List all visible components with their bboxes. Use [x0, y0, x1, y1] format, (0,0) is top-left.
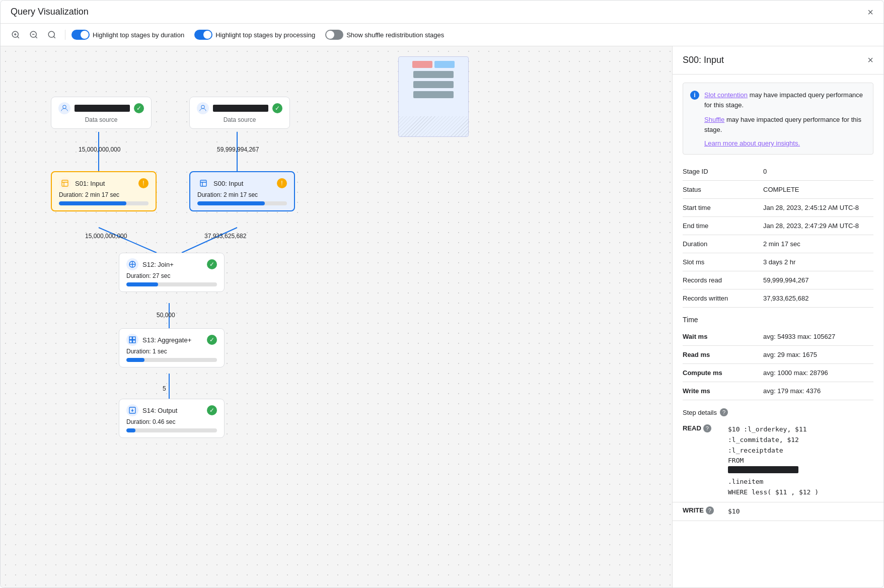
s14-progress-bar: [126, 428, 217, 432]
canvas-area[interactable]: 15,000,000,000 59,999,994,267 15,000,000…: [1, 46, 672, 587]
toggle-processing-label: Highlight top stages by processing: [215, 31, 315, 39]
edge-label-s01-out: 15,000,000,000: [85, 233, 127, 240]
main-content: 15,000,000,000 59,999,994,267 15,000,000…: [1, 46, 883, 587]
detail-write-ms: Write ms avg: 179 max: 4376: [683, 382, 873, 400]
slot-contention-link[interactable]: Slot contention: [704, 91, 748, 99]
detail-value-status: COMPLETE: [763, 186, 873, 193]
edge-label-ds2: 59,999,994,267: [217, 146, 259, 153]
toggle-shuffle-switch[interactable]: [325, 30, 343, 40]
toggle-shuffle[interactable]: Show shuffle redistribution stages: [325, 30, 444, 40]
s13-duration: Duration: 1 sec: [126, 348, 217, 355]
right-panel: S00: Input × i Slot contention may have …: [672, 46, 883, 587]
detail-label-slot-ms: Slot ms: [683, 258, 763, 266]
s13-icon: [126, 334, 138, 346]
info-spacer: [690, 115, 699, 134]
toggle-duration-switch[interactable]: ✓: [71, 30, 90, 40]
detail-value-records-written: 37,933,625,682: [763, 295, 873, 302]
s01-progress-bar: [59, 201, 149, 205]
toggle-processing-switch[interactable]: ✓: [194, 30, 212, 40]
svg-rect-21: [133, 337, 135, 339]
svg-line-5: [35, 36, 37, 38]
detail-read-ms: Read ms avg: 29 max: 1675: [683, 346, 873, 364]
detail-label-wait: Wait ms: [683, 333, 763, 340]
detail-compute-ms: Compute ms avg: 1000 max: 28796: [683, 364, 873, 382]
node-s00[interactable]: S00: Input ! Duration: 2 min 17 sec: [189, 171, 295, 211]
step-write-value: $10: [728, 506, 740, 517]
toggle-processing[interactable]: ✓ Highlight top stages by processing: [194, 30, 315, 40]
s01-duration: Duration: 2 min 17 sec: [59, 191, 149, 198]
detail-value-duration: 2 min 17 sec: [763, 240, 873, 248]
detail-label-read: Read ms: [683, 351, 763, 358]
node-s12[interactable]: S12: Join+ ✓ Duration: 27 sec: [119, 253, 225, 292]
s12-duration: Duration: 27 sec: [126, 272, 217, 279]
node-s01-header: S01: Input !: [59, 177, 149, 189]
datasource-icon-2: [197, 102, 209, 114]
step-read-help-icon[interactable]: ?: [703, 424, 711, 432]
detail-value-write: avg: 179 max: 4376: [763, 387, 873, 395]
step-write-help-icon[interactable]: ?: [706, 506, 714, 514]
app-window: Query Visualization × ✓ Highlight top st…: [0, 0, 884, 588]
toggle-duration[interactable]: ✓ Highlight top stages by duration: [71, 30, 184, 40]
datasource-2-status-icon: ✓: [272, 103, 282, 113]
toolbar-divider: [65, 30, 65, 40]
detail-value-end: Jan 28, 2023, 2:47:29 AM UTC-8: [763, 222, 873, 230]
toggle-duration-label: Highlight top stages by duration: [93, 31, 184, 39]
s13-title: S13: Aggregate+: [142, 336, 203, 344]
toggle-shuffle-label: Show shuffle redistribution stages: [346, 31, 444, 39]
node-s01[interactable]: S01: Input ! Duration: 2 min 17 sec: [51, 171, 157, 211]
svg-rect-20: [129, 337, 132, 339]
detail-label-duration: Duration: [683, 240, 763, 248]
zoom-out-button[interactable]: [27, 28, 41, 42]
detail-value-read: avg: 29 max: 1675: [763, 351, 873, 358]
zoom-in-button[interactable]: [9, 28, 23, 42]
s14-title: S14: Output: [142, 407, 203, 414]
s12-icon: [126, 258, 138, 270]
detail-value-stage-id: 0: [763, 168, 873, 175]
s14-status-icon: ✓: [207, 405, 217, 415]
node-s13[interactable]: S13: Aggregate+ ✓ Duration: 1 sec: [119, 328, 225, 368]
s00-title: S00: Input: [213, 180, 273, 187]
svg-line-11: [99, 228, 157, 253]
detail-label-compute: Compute ms: [683, 369, 763, 377]
shuffle-link[interactable]: Shuffle: [704, 116, 724, 123]
node-datasource-2[interactable]: ✓ Data source: [189, 97, 290, 129]
node-s14[interactable]: S14: Output ✓ Duration: 0.46 sec: [119, 399, 225, 438]
zoom-reset-button[interactable]: [45, 28, 59, 42]
detail-duration: Duration 2 min 17 sec: [683, 235, 873, 253]
s12-title: S12: Join+: [142, 261, 203, 268]
step-write-row: WRITE ? $10: [673, 502, 883, 522]
datasource-icon-1: [58, 102, 70, 114]
detail-label-status: Status: [683, 186, 763, 193]
s14-icon: [126, 404, 138, 416]
info-row-1: i Slot contention may have impacted quer…: [690, 90, 866, 110]
step-read-label: READ ?: [683, 424, 723, 498]
step-write-label: WRITE ?: [683, 506, 723, 517]
node-s14-header: S14: Output ✓: [126, 404, 217, 416]
info-text-1: Slot contention may have impacted query …: [704, 90, 866, 110]
panel-title: S00: Input: [683, 55, 724, 65]
info-row-3: Learn more about query insights.: [690, 139, 866, 147]
s13-status-icon: ✓: [207, 335, 217, 345]
detail-stage-id: Stage ID 0: [683, 163, 873, 181]
learn-more-link[interactable]: Learn more about query insights.: [704, 139, 800, 147]
info-icon-1: i: [690, 91, 699, 100]
s13-progress-bar: [126, 358, 217, 362]
detail-label-write: Write ms: [683, 387, 763, 395]
panel-close-button[interactable]: ×: [867, 54, 873, 66]
node-datasource-1[interactable]: ✓ Data source: [51, 97, 152, 129]
s14-duration: Duration: 0.46 sec: [126, 418, 217, 425]
s01-status-icon: !: [138, 178, 149, 188]
time-section-header: Time: [673, 308, 883, 328]
s00-progress-fill: [197, 201, 265, 205]
s01-progress-fill: [59, 201, 126, 205]
svg-point-7: [48, 31, 54, 37]
edge-label-s13-out: 5: [163, 385, 166, 392]
svg-point-16: [201, 105, 205, 109]
info-text-2: Shuffle may have impacted query performa…: [704, 115, 866, 134]
s00-progress-bar: [197, 201, 287, 205]
detail-wait-ms: Wait ms avg: 54933 max: 105627: [683, 328, 873, 346]
window-close-button[interactable]: ×: [867, 7, 873, 17]
step-details-help-icon[interactable]: ?: [720, 408, 728, 416]
step-details-header: Step details ?: [673, 400, 883, 420]
s00-duration: Duration: 2 min 17 sec: [197, 191, 287, 198]
